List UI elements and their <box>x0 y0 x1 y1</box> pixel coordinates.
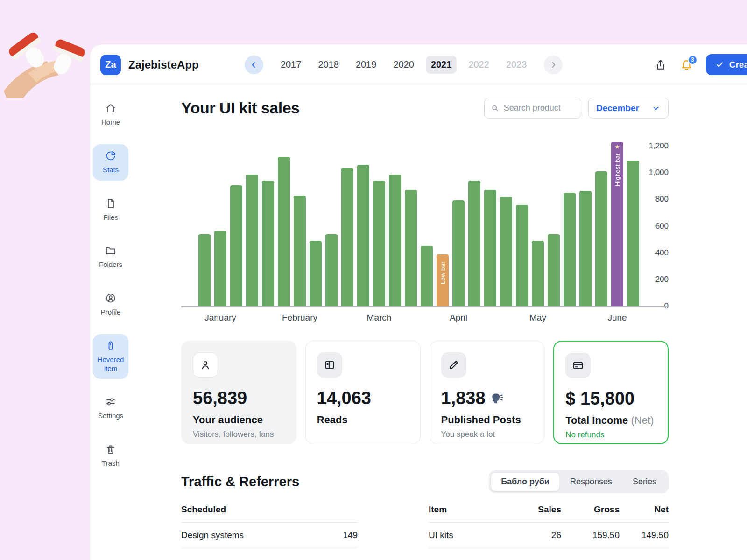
chart-bar[interactable] <box>262 181 274 306</box>
x-axis-line <box>181 306 669 307</box>
chart-bar[interactable] <box>389 175 401 306</box>
item-sales: 26 <box>510 530 561 540</box>
year-tab-2020[interactable]: 2020 <box>388 56 419 74</box>
chart-bar[interactable] <box>532 241 544 306</box>
sidebar-item-label: Hovered item <box>94 356 127 373</box>
sidebar-item-profile[interactable]: Profile <box>93 287 128 323</box>
chart-bar[interactable] <box>341 168 353 306</box>
tab-bablo-rubi[interactable]: Бабло руби <box>491 472 560 491</box>
stat-card-audience[interactable]: 56,839 Your audience Visitors, followers… <box>181 341 296 444</box>
mouse-icon <box>105 340 116 351</box>
bar-annotation: Highest bar <box>614 153 621 186</box>
stat-card-published-posts[interactable]: 1,838 Published Posts You speak a lot <box>430 341 545 444</box>
sidebar-item-stats[interactable]: Stats <box>93 144 128 181</box>
app-header: Za ZajebisteApp 2017 2018 2019 2020 2021… <box>90 44 747 85</box>
stat-card-total-income[interactable]: $ 15,800 Total Income (Net) No refunds <box>553 341 669 444</box>
chart-bar[interactable] <box>516 205 528 306</box>
chart-bar-low-bar[interactable]: Low bar <box>437 254 449 306</box>
chart-bar[interactable] <box>595 171 607 306</box>
sidebar: Home Stats Files Folders Profile Hovered… <box>90 85 131 560</box>
pencil-icon <box>448 359 460 371</box>
notification-badge: 3 <box>688 55 698 65</box>
chart-bar[interactable] <box>357 165 369 306</box>
search-input[interactable] <box>504 103 575 113</box>
col-sales: Sales <box>510 504 561 515</box>
chart-bar[interactable] <box>214 231 226 306</box>
sidebar-item-trash[interactable]: Trash <box>93 438 128 474</box>
stat-label: Your audience <box>193 414 285 426</box>
x-axis-month-label: March <box>367 313 392 323</box>
year-tab-2017[interactable]: 2017 <box>275 56 307 74</box>
next-year-button[interactable] <box>544 56 563 74</box>
sidebar-item-label: Files <box>103 213 118 222</box>
stat-value: 14,063 <box>317 388 409 408</box>
year-tab-2022[interactable]: 2022 <box>463 56 494 74</box>
trash-icon <box>105 444 116 455</box>
scheduled-table-header: Scheduled <box>181 504 226 515</box>
stat-sublabel: Visitors, followers, fans <box>193 430 285 439</box>
chart-bar[interactable] <box>373 181 385 306</box>
tab-responses[interactable]: Responses <box>560 472 622 491</box>
chart-bar[interactable] <box>468 181 480 306</box>
sidebar-item-files[interactable]: Files <box>93 192 128 228</box>
chart-bar[interactable] <box>294 196 306 306</box>
stat-card-reads[interactable]: 14,063 Reads <box>305 341 421 444</box>
col-gross: Gross <box>561 504 620 515</box>
tab-series[interactable]: Series <box>622 472 667 491</box>
brand: Za ZajebisteApp <box>100 55 199 75</box>
app-window: Za ZajebisteApp 2017 2018 2019 2020 2021… <box>90 44 747 560</box>
chart-bar[interactable] <box>246 175 258 306</box>
stat-sublabel: You speak a lot <box>441 430 533 439</box>
sidebar-item-home[interactable]: Home <box>93 97 128 133</box>
chart-bar[interactable] <box>548 234 560 306</box>
chart-bar[interactable] <box>564 193 576 306</box>
y-tick-label: 1,000 <box>648 168 669 177</box>
bar-chart-bars: Low bar★Highest bar <box>181 142 669 306</box>
y-tick-label: 600 <box>655 222 669 231</box>
year-tab-2019[interactable]: 2019 <box>351 56 382 74</box>
y-tick-label: 1,200 <box>648 141 669 151</box>
x-axis-month-label: May <box>529 313 546 323</box>
col-net: Net <box>620 504 669 515</box>
chart-bar[interactable] <box>484 190 496 306</box>
app-title: ZajebisteApp <box>128 58 199 71</box>
chart-bar[interactable] <box>405 190 417 306</box>
y-axis: 1,2001,0008006004002000 <box>636 142 669 306</box>
sales-bar-chart: Low bar★Highest bar 1,2001,0008006004002… <box>181 142 669 330</box>
chart-bar[interactable] <box>421 246 433 306</box>
notifications-button[interactable]: 3 <box>680 58 693 71</box>
create-button[interactable]: Crea <box>706 54 747 75</box>
credit-card-icon <box>572 359 584 371</box>
search-icon <box>491 103 499 113</box>
sidebar-item-folders[interactable]: Folders <box>93 239 128 275</box>
stat-label: Total Income <box>565 414 628 426</box>
chart-bar[interactable] <box>500 197 512 306</box>
stat-value: 56,839 <box>193 388 285 408</box>
table-row[interactable]: UI kits 26 159.50 149.50 <box>429 523 669 548</box>
chart-bar[interactable] <box>278 157 290 306</box>
share-button[interactable] <box>655 58 668 71</box>
year-tab-2023[interactable]: 2023 <box>501 56 532 74</box>
sidebar-item-settings[interactable]: Settings <box>93 390 128 427</box>
chart-bar[interactable] <box>325 234 338 306</box>
prev-year-button[interactable] <box>245 56 263 74</box>
star-icon: ★ <box>614 144 620 150</box>
chart-bar[interactable] <box>198 234 211 306</box>
app-logo: Za <box>100 55 121 75</box>
chart-bar[interactable] <box>452 200 465 306</box>
chart-bar[interactable] <box>310 241 322 306</box>
month-dropdown[interactable]: December <box>588 98 669 119</box>
year-tab-2018[interactable]: 2018 <box>313 56 344 74</box>
chart-bar[interactable] <box>230 185 242 306</box>
document-icon <box>105 198 116 209</box>
chart-bar-highest-bar[interactable]: ★Highest bar <box>611 142 623 306</box>
chart-controls: December <box>484 98 669 119</box>
table-row[interactable]: Design systems 149 <box>181 523 358 548</box>
year-tab-2021-selected[interactable]: 2021 <box>426 56 457 74</box>
y-tick-label: 200 <box>655 275 669 284</box>
main-content: Your UI kit sales December Low bar★Highe… <box>131 85 747 560</box>
chart-bar[interactable] <box>579 191 592 306</box>
search-field[interactable] <box>484 98 581 119</box>
items-table: Item Sales Gross Net UI kits 26 159.50 1… <box>429 504 669 548</box>
sidebar-item-hovered[interactable]: Hovered item <box>93 334 128 379</box>
